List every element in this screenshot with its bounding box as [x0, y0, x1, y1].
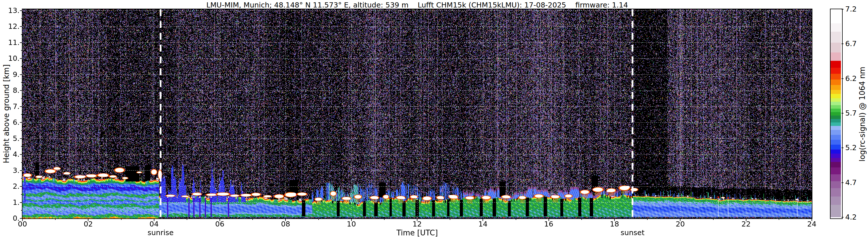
x-minor-tick — [713, 218, 714, 220]
y-tick-label: 6. — [1, 118, 20, 126]
y-tick-label: 13. — [1, 7, 20, 15]
y-tick-label: 11. — [1, 39, 20, 47]
y-tick — [20, 186, 23, 187]
x-minor-tick — [516, 218, 516, 220]
y-tick — [20, 138, 23, 139]
x-minor-tick — [647, 218, 648, 220]
y-tick — [20, 154, 23, 155]
y-tick — [20, 26, 23, 27]
y-minor-tick — [21, 146, 23, 147]
x-tick-label: 14 — [471, 220, 494, 228]
y-minor-tick — [21, 114, 23, 115]
x-tick-label: 20 — [669, 220, 692, 228]
ceilometer-quicklook-figure: LMU-MIM, Munich; 48.148° N 11.573° E, al… — [0, 0, 868, 238]
y-minor-tick — [21, 34, 23, 35]
y-tick — [20, 58, 23, 59]
y-tick — [20, 10, 23, 11]
x-tick-label: 12 — [406, 220, 429, 228]
x-minor-tick — [252, 218, 253, 220]
y-tick-label: 5. — [1, 135, 20, 143]
x-minor-tick — [581, 218, 582, 220]
x-tick-label: 18 — [603, 220, 626, 228]
y-tick-label: 8. — [1, 86, 20, 94]
y-tick — [20, 106, 23, 107]
y-minor-tick — [21, 98, 23, 99]
y-tick — [20, 202, 23, 203]
x-tick-label: 08 — [274, 220, 297, 228]
y-minor-tick — [21, 210, 23, 211]
y-tick-label: 9. — [1, 70, 20, 79]
y-tick-label: 0. — [1, 214, 20, 222]
x-tick-label: 10 — [340, 220, 363, 228]
x-tick-label: 24 — [800, 220, 823, 228]
y-tick-label: 10. — [1, 55, 20, 62]
y-tick — [20, 42, 23, 43]
x-tick-label: 04 — [143, 220, 166, 228]
x-minor-tick — [121, 218, 122, 220]
x-minor-tick — [318, 218, 319, 220]
y-tick — [20, 170, 23, 171]
x-tick-label: 02 — [76, 220, 100, 228]
y-tick-label: 1. — [1, 199, 20, 207]
x-minor-tick — [384, 218, 384, 220]
y-minor-tick — [21, 162, 23, 163]
y-minor-tick — [21, 178, 23, 179]
y-tick — [20, 218, 23, 219]
y-minor-tick — [21, 130, 23, 131]
plot-frame — [22, 9, 812, 219]
y-tick-label: 3. — [1, 167, 20, 175]
y-tick-label: 12. — [1, 23, 20, 31]
y-minor-tick — [21, 194, 23, 195]
x-minor-tick — [779, 218, 779, 220]
y-tick-label: 4. — [1, 150, 20, 158]
x-tick-label: 06 — [208, 220, 231, 228]
plot-title: LMU-MIM, Munich; 48.148° N 11.573° E, al… — [23, 1, 812, 9]
x-tick-label: 16 — [537, 220, 560, 228]
sunset-annotation: sunset — [604, 229, 661, 237]
colorbar-frame — [830, 9, 843, 219]
y-tick-label: 2. — [1, 182, 20, 190]
x-tick-label: 22 — [735, 220, 758, 228]
y-minor-tick — [21, 66, 23, 67]
x-minor-tick — [55, 218, 56, 220]
y-tick — [20, 90, 23, 91]
x-minor-tick — [450, 218, 450, 220]
y-tick — [20, 122, 23, 123]
y-minor-tick — [21, 50, 23, 51]
y-minor-tick — [21, 18, 23, 19]
sunrise-annotation: sunrise — [132, 229, 190, 237]
colorbar-label: log(rc-signal) @ 1064 nm — [858, 9, 867, 219]
y-tick — [20, 75, 23, 75]
y-minor-tick — [21, 82, 23, 83]
x-minor-tick — [187, 218, 187, 220]
y-tick-label: 7. — [1, 102, 20, 111]
